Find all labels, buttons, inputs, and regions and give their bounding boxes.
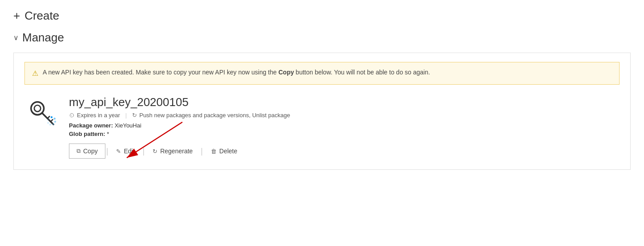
scope-meta: ↻ Push new packages and package versions… bbox=[132, 112, 290, 119]
button-divider-1: | bbox=[105, 147, 109, 155]
api-key-row: my_api_key_20200105 ⏲ Expires in a year … bbox=[24, 95, 620, 159]
manage-section: ∨ Manage bbox=[13, 31, 631, 45]
svg-point-10 bbox=[47, 122, 49, 124]
content-box: ⚠ A new API key has been created. Make s… bbox=[13, 53, 631, 170]
action-buttons: ⧉ Copy | ✎ Edit | ↻ Regenerate | 🗑 bbox=[69, 144, 620, 159]
edit-button[interactable]: ✎ Edit bbox=[109, 144, 141, 158]
svg-point-7 bbox=[54, 121, 56, 123]
svg-point-11 bbox=[47, 119, 49, 121]
copy-button[interactable]: ⧉ Copy bbox=[69, 144, 105, 158]
chevron-down-icon: ∨ bbox=[13, 33, 19, 42]
create-label: Create bbox=[24, 9, 59, 23]
key-name: my_api_key_20200105 bbox=[69, 95, 620, 109]
clock-icon: ⏲ bbox=[69, 112, 75, 119]
button-divider-2: | bbox=[142, 147, 146, 155]
expires-meta: ⏲ Expires in a year bbox=[69, 112, 120, 119]
alert-text: A new API key has been created. Make sur… bbox=[43, 68, 430, 77]
manage-label: Manage bbox=[22, 31, 64, 45]
scope-label: Push new packages and package versions, … bbox=[139, 112, 290, 119]
key-glob: Glob pattern: * bbox=[69, 131, 620, 137]
alert-banner: ⚠ A new API key has been created. Make s… bbox=[24, 62, 620, 85]
regenerate-button[interactable]: ↻ Regenerate bbox=[145, 144, 200, 158]
regenerate-icon: ↻ bbox=[153, 148, 157, 155]
delete-button[interactable]: 🗑 Delete bbox=[204, 144, 244, 158]
edit-icon: ✎ bbox=[116, 148, 121, 155]
button-divider-3: | bbox=[200, 147, 204, 155]
loading-spinner bbox=[47, 116, 56, 127]
create-title: + bbox=[13, 9, 20, 23]
scope-icon: ↻ bbox=[132, 112, 137, 119]
warning-icon: ⚠ bbox=[32, 68, 38, 79]
svg-point-1 bbox=[34, 105, 40, 111]
svg-point-5 bbox=[51, 116, 52, 118]
svg-point-12 bbox=[48, 117, 50, 119]
key-meta: ⏲ Expires in a year | ↻ Push new package… bbox=[69, 112, 620, 119]
svg-point-9 bbox=[49, 123, 51, 125]
key-owner: Package owner: XieYouHai bbox=[69, 122, 620, 129]
delete-icon: 🗑 bbox=[211, 148, 217, 155]
expires-label: Expires in a year bbox=[77, 112, 120, 119]
copy-button-wrapper: ⧉ Copy bbox=[69, 144, 105, 159]
copy-icon: ⧉ bbox=[76, 148, 80, 155]
svg-point-6 bbox=[54, 118, 56, 119]
create-section: + Create bbox=[13, 9, 631, 23]
key-icon-wrap bbox=[24, 95, 60, 131]
svg-point-8 bbox=[52, 123, 54, 125]
key-info: my_api_key_20200105 ⏲ Expires in a year … bbox=[69, 95, 620, 159]
meta-divider: | bbox=[125, 112, 127, 119]
